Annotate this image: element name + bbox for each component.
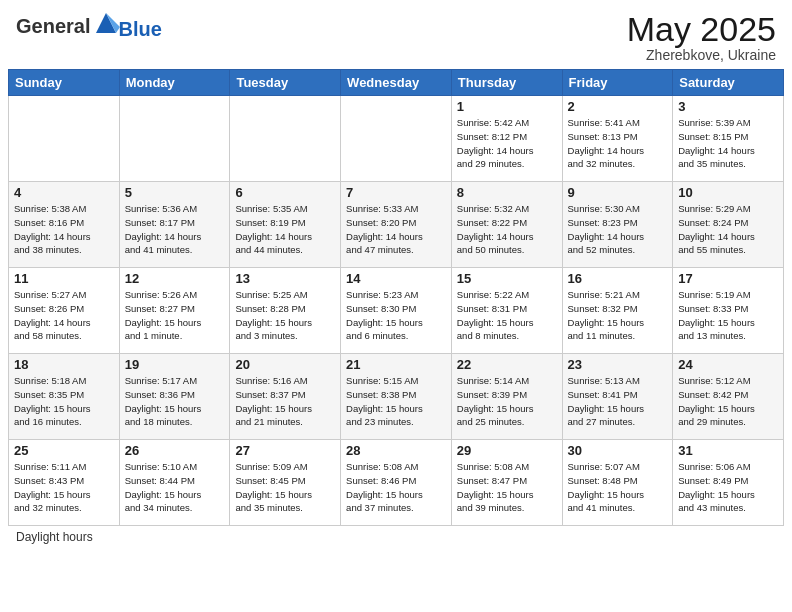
day-number: 12 [125, 271, 225, 286]
day-number: 28 [346, 443, 446, 458]
day-number: 21 [346, 357, 446, 372]
calendar-table: Sunday Monday Tuesday Wednesday Thursday… [8, 69, 784, 526]
calendar-cell: 13Sunrise: 5:25 AM Sunset: 8:28 PM Dayli… [230, 268, 341, 354]
location: Zherebkove, Ukraine [627, 47, 776, 63]
month-year: May 2025 [627, 10, 776, 49]
day-number: 26 [125, 443, 225, 458]
day-info: Sunrise: 5:22 AM Sunset: 8:31 PM Dayligh… [457, 288, 557, 343]
footer-text: Daylight hours [16, 530, 93, 544]
calendar-cell [119, 96, 230, 182]
day-info: Sunrise: 5:27 AM Sunset: 8:26 PM Dayligh… [14, 288, 114, 343]
header: General Blue May 2025 Zherebkove, Ukrain… [0, 0, 792, 69]
day-info: Sunrise: 5:16 AM Sunset: 8:37 PM Dayligh… [235, 374, 335, 429]
day-number: 30 [568, 443, 668, 458]
day-info: Sunrise: 5:06 AM Sunset: 8:49 PM Dayligh… [678, 460, 778, 515]
calendar-cell: 26Sunrise: 5:10 AM Sunset: 8:44 PM Dayli… [119, 440, 230, 526]
day-info: Sunrise: 5:08 AM Sunset: 8:46 PM Dayligh… [346, 460, 446, 515]
day-info: Sunrise: 5:17 AM Sunset: 8:36 PM Dayligh… [125, 374, 225, 429]
day-number: 15 [457, 271, 557, 286]
day-info: Sunrise: 5:23 AM Sunset: 8:30 PM Dayligh… [346, 288, 446, 343]
calendar-cell: 30Sunrise: 5:07 AM Sunset: 8:48 PM Dayli… [562, 440, 673, 526]
day-info: Sunrise: 5:33 AM Sunset: 8:20 PM Dayligh… [346, 202, 446, 257]
calendar-cell: 31Sunrise: 5:06 AM Sunset: 8:49 PM Dayli… [673, 440, 784, 526]
day-number: 9 [568, 185, 668, 200]
logo: General Blue [16, 10, 162, 41]
day-number: 1 [457, 99, 557, 114]
day-info: Sunrise: 5:18 AM Sunset: 8:35 PM Dayligh… [14, 374, 114, 429]
calendar-cell: 23Sunrise: 5:13 AM Sunset: 8:41 PM Dayli… [562, 354, 673, 440]
calendar-cell: 21Sunrise: 5:15 AM Sunset: 8:38 PM Dayli… [341, 354, 452, 440]
calendar-cell: 28Sunrise: 5:08 AM Sunset: 8:46 PM Dayli… [341, 440, 452, 526]
calendar-cell: 9Sunrise: 5:30 AM Sunset: 8:23 PM Daylig… [562, 182, 673, 268]
day-info: Sunrise: 5:39 AM Sunset: 8:15 PM Dayligh… [678, 116, 778, 171]
calendar-container: Sunday Monday Tuesday Wednesday Thursday… [0, 69, 792, 526]
day-info: Sunrise: 5:38 AM Sunset: 8:16 PM Dayligh… [14, 202, 114, 257]
day-number: 5 [125, 185, 225, 200]
day-info: Sunrise: 5:12 AM Sunset: 8:42 PM Dayligh… [678, 374, 778, 429]
day-info: Sunrise: 5:07 AM Sunset: 8:48 PM Dayligh… [568, 460, 668, 515]
day-number: 16 [568, 271, 668, 286]
calendar-week-row: 25Sunrise: 5:11 AM Sunset: 8:43 PM Dayli… [9, 440, 784, 526]
day-number: 11 [14, 271, 114, 286]
title-block: May 2025 Zherebkove, Ukraine [627, 10, 776, 63]
day-number: 2 [568, 99, 668, 114]
calendar-cell: 6Sunrise: 5:35 AM Sunset: 8:19 PM Daylig… [230, 182, 341, 268]
calendar-cell: 8Sunrise: 5:32 AM Sunset: 8:22 PM Daylig… [451, 182, 562, 268]
day-number: 13 [235, 271, 335, 286]
calendar-week-row: 11Sunrise: 5:27 AM Sunset: 8:26 PM Dayli… [9, 268, 784, 354]
calendar-cell: 4Sunrise: 5:38 AM Sunset: 8:16 PM Daylig… [9, 182, 120, 268]
calendar-cell: 2Sunrise: 5:41 AM Sunset: 8:13 PM Daylig… [562, 96, 673, 182]
calendar-cell: 10Sunrise: 5:29 AM Sunset: 8:24 PM Dayli… [673, 182, 784, 268]
calendar-header-row: Sunday Monday Tuesday Wednesday Thursday… [9, 70, 784, 96]
day-info: Sunrise: 5:08 AM Sunset: 8:47 PM Dayligh… [457, 460, 557, 515]
day-info: Sunrise: 5:42 AM Sunset: 8:12 PM Dayligh… [457, 116, 557, 171]
day-info: Sunrise: 5:19 AM Sunset: 8:33 PM Dayligh… [678, 288, 778, 343]
day-number: 31 [678, 443, 778, 458]
calendar-cell: 27Sunrise: 5:09 AM Sunset: 8:45 PM Dayli… [230, 440, 341, 526]
logo-blue-text: Blue [118, 18, 161, 40]
header-friday: Friday [562, 70, 673, 96]
logo-general: General [16, 15, 90, 37]
calendar-cell: 1Sunrise: 5:42 AM Sunset: 8:12 PM Daylig… [451, 96, 562, 182]
day-info: Sunrise: 5:41 AM Sunset: 8:13 PM Dayligh… [568, 116, 668, 171]
header-tuesday: Tuesday [230, 70, 341, 96]
day-info: Sunrise: 5:14 AM Sunset: 8:39 PM Dayligh… [457, 374, 557, 429]
calendar-cell [230, 96, 341, 182]
day-number: 10 [678, 185, 778, 200]
calendar-cell: 3Sunrise: 5:39 AM Sunset: 8:15 PM Daylig… [673, 96, 784, 182]
calendar-cell: 15Sunrise: 5:22 AM Sunset: 8:31 PM Dayli… [451, 268, 562, 354]
footer: Daylight hours [0, 526, 792, 548]
day-number: 4 [14, 185, 114, 200]
calendar-week-row: 1Sunrise: 5:42 AM Sunset: 8:12 PM Daylig… [9, 96, 784, 182]
calendar-cell: 18Sunrise: 5:18 AM Sunset: 8:35 PM Dayli… [9, 354, 120, 440]
day-number: 23 [568, 357, 668, 372]
calendar-cell [9, 96, 120, 182]
calendar-cell: 11Sunrise: 5:27 AM Sunset: 8:26 PM Dayli… [9, 268, 120, 354]
day-number: 7 [346, 185, 446, 200]
day-info: Sunrise: 5:30 AM Sunset: 8:23 PM Dayligh… [568, 202, 668, 257]
day-number: 6 [235, 185, 335, 200]
header-monday: Monday [119, 70, 230, 96]
calendar-cell: 5Sunrise: 5:36 AM Sunset: 8:17 PM Daylig… [119, 182, 230, 268]
day-number: 20 [235, 357, 335, 372]
day-number: 27 [235, 443, 335, 458]
day-number: 29 [457, 443, 557, 458]
calendar-cell: 25Sunrise: 5:11 AM Sunset: 8:43 PM Dayli… [9, 440, 120, 526]
day-number: 24 [678, 357, 778, 372]
day-number: 8 [457, 185, 557, 200]
calendar-cell: 16Sunrise: 5:21 AM Sunset: 8:32 PM Dayli… [562, 268, 673, 354]
calendar-cell: 20Sunrise: 5:16 AM Sunset: 8:37 PM Dayli… [230, 354, 341, 440]
header-saturday: Saturday [673, 70, 784, 96]
logo-text: General [16, 16, 90, 36]
day-info: Sunrise: 5:29 AM Sunset: 8:24 PM Dayligh… [678, 202, 778, 257]
calendar-cell [341, 96, 452, 182]
day-info: Sunrise: 5:21 AM Sunset: 8:32 PM Dayligh… [568, 288, 668, 343]
calendar-cell: 29Sunrise: 5:08 AM Sunset: 8:47 PM Dayli… [451, 440, 562, 526]
day-number: 22 [457, 357, 557, 372]
day-info: Sunrise: 5:26 AM Sunset: 8:27 PM Dayligh… [125, 288, 225, 343]
day-number: 14 [346, 271, 446, 286]
header-sunday: Sunday [9, 70, 120, 96]
calendar-cell: 12Sunrise: 5:26 AM Sunset: 8:27 PM Dayli… [119, 268, 230, 354]
day-info: Sunrise: 5:11 AM Sunset: 8:43 PM Dayligh… [14, 460, 114, 515]
calendar-cell: 14Sunrise: 5:23 AM Sunset: 8:30 PM Dayli… [341, 268, 452, 354]
